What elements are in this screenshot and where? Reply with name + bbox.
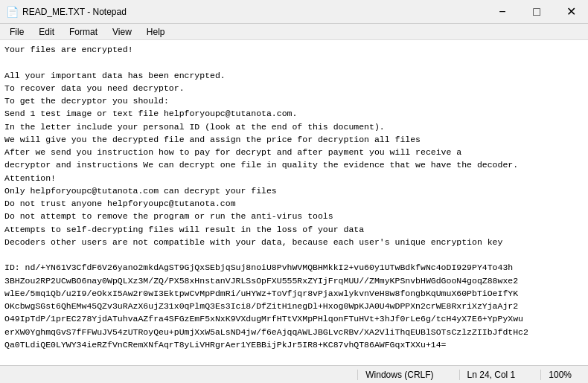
window-title: READ_ME.TXT - Notepad: [22, 7, 127, 17]
menu-item-help[interactable]: Help: [140, 25, 172, 39]
minimize-button[interactable]: −: [485, 0, 520, 24]
close-button[interactable]: ✕: [554, 0, 588, 24]
encoding-status: Windows (CRLF): [357, 370, 441, 380]
menu-item-view[interactable]: View: [106, 25, 138, 39]
title-bar-left: 📄 READ_ME.TXT - Notepad: [6, 6, 127, 18]
menu-item-edit[interactable]: Edit: [32, 25, 61, 39]
maximize-button[interactable]: □: [520, 0, 554, 24]
status-bar: Windows (CRLF) Ln 24, Col 1 100%: [0, 365, 588, 383]
editor-content[interactable]: Your files are encrypted! All your impor…: [0, 40, 588, 365]
position-status: Ln 24, Col 1: [459, 370, 523, 380]
editor-container: Your files are encrypted! All your impor…: [0, 40, 588, 365]
menu-bar: FileEditFormatViewHelp: [0, 24, 588, 40]
menu-item-file[interactable]: File: [3, 25, 31, 39]
menu-item-format[interactable]: Format: [63, 25, 104, 39]
window-controls: − □ ✕: [485, 0, 588, 24]
title-bar: 📄 READ_ME.TXT - Notepad − □ ✕: [0, 0, 588, 24]
zoom-status: 100%: [540, 370, 579, 380]
notepad-icon: 📄: [6, 6, 18, 18]
